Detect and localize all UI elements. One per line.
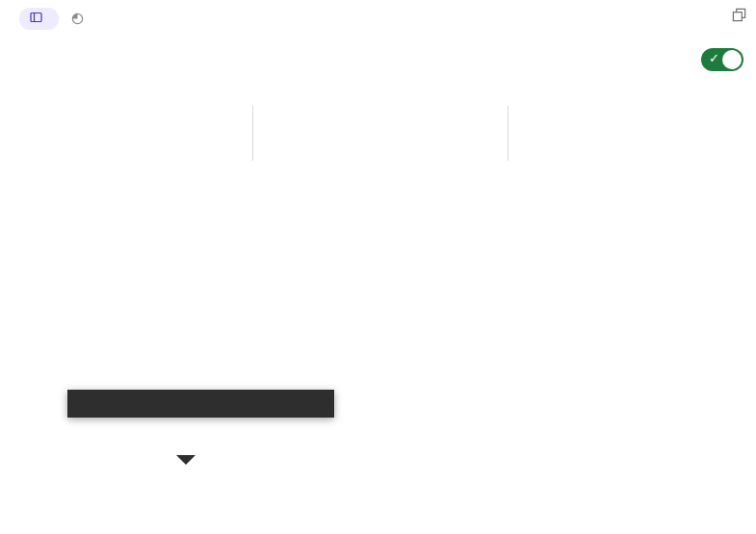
panel-header [8,8,85,30]
stat-pass [523,106,540,121]
total-dot [8,106,17,115]
tooltip-caret [176,455,196,465]
about-network-analytics-badge[interactable] [19,8,59,30]
drop-legend-dot [268,106,277,115]
packets-summary-panel: ✓ [0,0,756,534]
packets-chart[interactable] [0,194,756,534]
toggle-knob [722,50,742,69]
expand-panel-icon[interactable] [732,8,746,26]
stat-divider [252,106,253,161]
pass-legend-dot [523,106,533,115]
check-icon: ✓ [709,51,719,65]
stat-drop [268,106,285,121]
stat-divider [508,106,508,161]
book-icon [30,12,42,26]
time-period-icon [70,12,85,26]
stat-total [8,106,25,121]
show-annotations-toggle[interactable]: ✓ [701,48,743,71]
annotation-tooltip [67,390,334,418]
